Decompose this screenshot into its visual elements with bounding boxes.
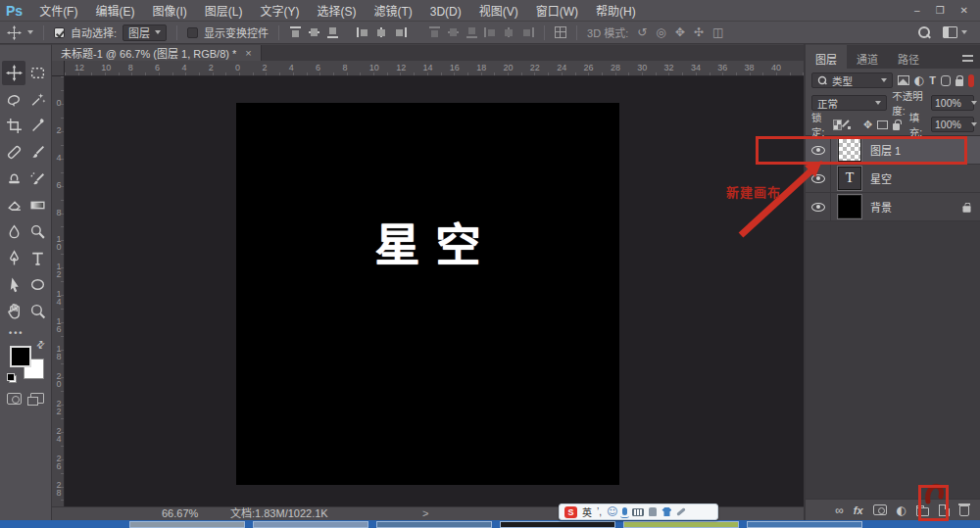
blur-tool[interactable] [2, 219, 25, 244]
visibility-toggle[interactable] [806, 193, 831, 220]
lock-transparent-pixels-icon[interactable] [833, 120, 842, 130]
3d-mode-icon[interactable]: ✥ [675, 26, 685, 38]
distribute-right-icon[interactable] [521, 26, 534, 38]
menu-item[interactable]: 图像(I) [143, 5, 195, 19]
filter-smart-objects-icon[interactable] [956, 79, 963, 86]
search-icon[interactable] [917, 25, 931, 39]
menu-item[interactable]: 3D(D) [421, 5, 470, 19]
align-vertical-centers-icon[interactable] [308, 26, 320, 38]
distribute-bottom-icon[interactable] [466, 26, 478, 38]
quick-mask-icon[interactable] [7, 393, 22, 405]
tool-preset-chevron[interactable] [27, 30, 33, 34]
layer-row-background[interactable]: 背景 [806, 193, 980, 221]
close-button[interactable]: ✕ [960, 5, 968, 16]
align-bottom-edges-icon[interactable] [326, 26, 339, 38]
panel-menu-icon[interactable] [962, 55, 973, 62]
magic-wand-tool[interactable] [25, 87, 49, 112]
restore-button[interactable]: ❐ [936, 5, 945, 16]
brush-tool[interactable] [25, 140, 49, 165]
align-left-edges-icon[interactable] [357, 26, 369, 38]
zoom-tool[interactable] [25, 299, 49, 323]
hand-tool[interactable] [2, 299, 25, 323]
lock-artboard-icon[interactable] [877, 120, 888, 129]
move-tool[interactable] [2, 61, 25, 85]
menu-item[interactable]: 编辑(E) [86, 5, 143, 19]
status-chevron[interactable]: > [422, 507, 428, 520]
taskbar-thumbnail[interactable] [376, 521, 492, 528]
soft-keyboard-icon[interactable] [632, 508, 644, 516]
marquee-tool[interactable] [25, 61, 49, 85]
taskbar-thumbnail[interactable] [623, 521, 739, 528]
tab-close-icon[interactable]: × [245, 47, 251, 59]
distribute-left-icon[interactable] [484, 26, 497, 38]
auto-select-dropdown[interactable]: 图层 [122, 24, 167, 41]
lock-position-icon[interactable]: ✥ [863, 120, 872, 130]
link-layers-icon[interactable]: ∞ [835, 504, 844, 516]
auto-align-layers-icon[interactable] [555, 26, 566, 38]
menu-item[interactable]: 窗口(W) [527, 5, 587, 19]
tab-channels[interactable]: 通道 [847, 45, 888, 69]
history-brush-tool[interactable] [25, 167, 49, 191]
align-horizontal-centers-icon[interactable] [375, 26, 388, 38]
show-transform-checkbox[interactable] [187, 27, 198, 38]
auto-select-checkbox[interactable] [54, 27, 65, 38]
type-tool[interactable] [25, 246, 49, 270]
clone-stamp-tool[interactable] [2, 167, 25, 191]
zoom-level[interactable]: 66.67% [162, 507, 198, 520]
minimize-button[interactable]: – [914, 5, 920, 16]
menu-item[interactable]: 帮助(H) [587, 5, 645, 19]
align-right-edges-icon[interactable] [394, 26, 407, 38]
ime-language-toggle[interactable]: 英 [582, 504, 592, 519]
add-mask-icon[interactable] [873, 504, 887, 515]
taskbar-thumbnail[interactable] [500, 521, 615, 528]
settings-wrench-icon[interactable] [677, 507, 687, 516]
layer-name[interactable]: 星空 [870, 170, 980, 186]
lasso-tool[interactable] [2, 87, 25, 112]
menu-item[interactable]: 视图(V) [470, 5, 527, 19]
eyedropper-tool[interactable] [25, 114, 49, 138]
pen-tool[interactable] [2, 246, 25, 270]
menu-item[interactable]: 图层(L) [196, 5, 252, 19]
shape-tool[interactable] [25, 272, 49, 297]
filter-adjustment-layers-icon[interactable]: ◐ [914, 74, 924, 86]
microphone-icon[interactable] [622, 507, 627, 515]
layer-row-text[interactable]: T 星空 [806, 165, 980, 193]
filter-pixel-layers-icon[interactable] [898, 75, 909, 85]
layer-filter-dropdown[interactable]: 类型 [811, 72, 893, 88]
3d-mode-icon[interactable]: ✣ [694, 26, 704, 38]
opacity-dropdown[interactable]: 100% [931, 95, 974, 111]
align-top-edges-icon[interactable] [289, 26, 302, 38]
filter-type-layers-icon[interactable]: T [929, 74, 936, 86]
path-selection-tool[interactable] [2, 272, 25, 297]
menu-item[interactable]: 滤镜(T) [365, 5, 420, 19]
taskbar-thumbnail[interactable] [747, 521, 862, 528]
crop-tool[interactable] [2, 114, 25, 138]
tab-layers[interactable]: 图层 [806, 45, 847, 69]
layer-style-icon[interactable]: fx [854, 504, 863, 516]
layer-thumbnail[interactable]: T [838, 167, 861, 190]
fill-dropdown[interactable]: 100% [931, 117, 974, 132]
windows-taskbar[interactable] [0, 520, 980, 528]
visibility-toggle[interactable] [806, 165, 831, 192]
delete-layer-icon[interactable] [959, 505, 969, 516]
adjustment-layer-icon[interactable]: ◐ [897, 504, 906, 516]
toolbar-overflow-dots[interactable]: ••• [0, 323, 51, 340]
eraser-tool[interactable] [2, 193, 25, 217]
distribute-horizontal-icon[interactable] [503, 26, 515, 38]
distribute-vertical-icon[interactable] [447, 26, 460, 38]
default-colors-icon[interactable] [7, 373, 17, 383]
taskbar-thumbnail[interactable] [253, 521, 368, 528]
lock-image-pixels-icon[interactable] [847, 119, 858, 130]
blend-mode-dropdown[interactable]: 正常 [811, 95, 887, 111]
3d-mode-icon[interactable]: ◎ [656, 26, 665, 38]
menu-item[interactable]: 文字(Y) [251, 5, 308, 19]
tab-paths[interactable]: 路径 [888, 45, 929, 69]
skin-icon[interactable] [662, 507, 671, 516]
menu-item[interactable]: 文件(F) [30, 5, 86, 19]
layer-name[interactable]: 背景 [870, 199, 962, 215]
lock-all-icon[interactable] [893, 123, 900, 130]
filter-toggle[interactable] [968, 74, 974, 87]
taskbar-thumbnail[interactable] [129, 521, 245, 528]
handwriting-icon[interactable] [649, 507, 657, 516]
healing-brush-tool[interactable] [2, 140, 25, 165]
